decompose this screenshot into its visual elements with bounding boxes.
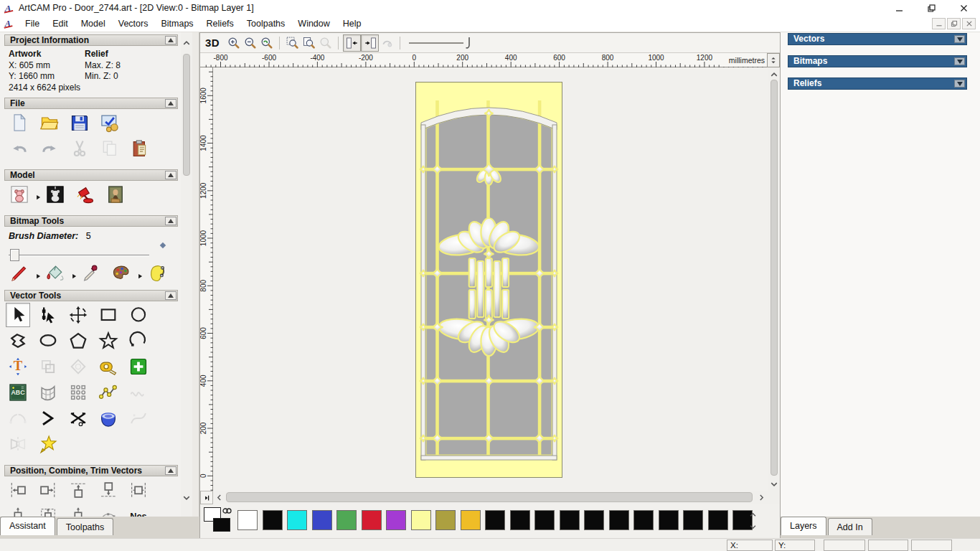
palette-swatch-6[interactable] bbox=[386, 510, 406, 530]
save-button[interactable] bbox=[67, 110, 92, 135]
scrollbar-thumb[interactable] bbox=[183, 54, 190, 176]
distort-button[interactable] bbox=[36, 380, 60, 405]
paste-button[interactable] bbox=[128, 136, 152, 161]
expand-button[interactable] bbox=[954, 57, 965, 65]
select-button[interactable] bbox=[6, 303, 30, 327]
palette-swatch-3[interactable] bbox=[312, 510, 332, 530]
node-edit-button[interactable] bbox=[36, 303, 60, 327]
reliefs-section-header[interactable]: Reliefs bbox=[788, 77, 967, 90]
link-colours-icon[interactable] bbox=[222, 504, 232, 512]
align-center-h-button[interactable] bbox=[126, 478, 151, 502]
doc-new-button[interactable] bbox=[7, 110, 32, 135]
palette-swatch-1[interactable] bbox=[263, 510, 283, 530]
mirror-merge-button[interactable] bbox=[6, 432, 30, 456]
scroll-up-icon[interactable] bbox=[181, 37, 192, 50]
menu-file[interactable]: File bbox=[19, 17, 46, 31]
tab-layers[interactable]: Layers bbox=[781, 517, 826, 535]
tab-add-in[interactable]: Add In bbox=[828, 518, 872, 535]
bitmap-tools-header[interactable]: Bitmap Tools bbox=[4, 215, 178, 227]
arc-tool-button[interactable] bbox=[126, 329, 151, 353]
collapse-button[interactable] bbox=[165, 466, 176, 475]
center-page-button[interactable] bbox=[36, 504, 60, 517]
weld-tool-button[interactable] bbox=[96, 406, 121, 430]
drawing-canvas[interactable] bbox=[213, 67, 768, 491]
redo-button[interactable] bbox=[37, 136, 62, 161]
colour-picker-button[interactable] bbox=[79, 261, 103, 286]
palette-swatch-5[interactable] bbox=[362, 510, 382, 530]
position-combine-trim-header[interactable]: Position, Combine, Trim Vectors bbox=[4, 465, 178, 476]
palette-swatch-17[interactable] bbox=[659, 510, 679, 530]
zoom-out-button[interactable] bbox=[242, 34, 258, 52]
scroll-down-icon[interactable] bbox=[768, 478, 780, 491]
vector-tools-header[interactable]: Vector Tools bbox=[4, 290, 178, 301]
palette-swatch-16[interactable] bbox=[633, 510, 654, 530]
collapse-button[interactable] bbox=[165, 99, 176, 108]
model-check-button[interactable] bbox=[98, 110, 122, 135]
pane-toggle-button[interactable] bbox=[200, 491, 213, 504]
bmp-vector-button[interactable] bbox=[145, 261, 169, 286]
folder-open-button[interactable] bbox=[37, 110, 62, 135]
zoom-object-button[interactable] bbox=[317, 34, 334, 52]
child-restore-button[interactable] bbox=[947, 18, 961, 29]
snap-cross-button[interactable] bbox=[126, 354, 151, 379]
palette-swatch-11[interactable] bbox=[510, 510, 530, 530]
nesting-button[interactable]: Nes bbox=[126, 504, 151, 517]
horizontal-scrollbar[interactable] bbox=[200, 491, 780, 504]
align-bottom-button[interactable] bbox=[96, 478, 121, 502]
circle-tool-button[interactable] bbox=[126, 303, 151, 327]
scrollbar-thumb[interactable] bbox=[226, 492, 753, 502]
pan-view-button[interactable] bbox=[379, 34, 395, 52]
align-left-button[interactable] bbox=[6, 478, 30, 502]
zoom-box-button[interactable] bbox=[284, 34, 301, 52]
flyout-arrow-icon[interactable] bbox=[34, 270, 42, 277]
align-top-button[interactable] bbox=[66, 478, 90, 502]
align-right-button[interactable] bbox=[36, 478, 60, 502]
paint-brush-button[interactable] bbox=[7, 261, 32, 286]
copy-button[interactable] bbox=[98, 136, 122, 161]
freehand-button[interactable] bbox=[6, 329, 30, 353]
paste-along-button[interactable] bbox=[96, 504, 121, 517]
child-close-button[interactable] bbox=[962, 18, 976, 29]
palette-swatch-15[interactable] bbox=[609, 510, 629, 530]
palette-scroll-up-icon[interactable] bbox=[747, 509, 758, 519]
menu-edit[interactable]: Edit bbox=[46, 17, 75, 31]
vertical-scrollbar[interactable] bbox=[768, 67, 780, 491]
paste-inside-button[interactable] bbox=[66, 354, 90, 379]
expand-button[interactable] bbox=[954, 35, 965, 43]
menu-model[interactable]: Model bbox=[75, 17, 112, 31]
block-paste-button[interactable] bbox=[66, 380, 90, 405]
zoom-fit-button[interactable] bbox=[301, 34, 317, 52]
transform-button[interactable] bbox=[66, 303, 90, 327]
palette-swatch-2[interactable] bbox=[287, 510, 307, 530]
palette-swatch-13[interactable] bbox=[560, 510, 580, 530]
menu-vectors[interactable]: Vectors bbox=[112, 17, 155, 31]
project-information-header[interactable]: Project Information bbox=[4, 34, 178, 46]
text-table-button[interactable]: ABC bbox=[6, 380, 30, 405]
primary-secondary-colours[interactable] bbox=[204, 507, 237, 536]
load-bitmap-button[interactable] bbox=[103, 182, 128, 207]
palette-swatch-0[interactable] bbox=[237, 510, 258, 530]
secondary-colour-swatch[interactable] bbox=[213, 518, 230, 532]
menu-bitmaps[interactable]: Bitmaps bbox=[154, 17, 199, 31]
scroll-right-icon[interactable] bbox=[755, 491, 767, 504]
menu-window[interactable]: Window bbox=[291, 17, 336, 31]
palette-swatch-14[interactable] bbox=[584, 510, 604, 530]
smooth-tool-button[interactable] bbox=[126, 406, 151, 430]
scroll-down-icon[interactable] bbox=[181, 491, 192, 504]
zoom-in-button[interactable] bbox=[225, 34, 242, 52]
star-tool-button[interactable] bbox=[96, 329, 121, 353]
lighting-button[interactable] bbox=[73, 182, 98, 207]
undo-button[interactable] bbox=[7, 136, 32, 161]
fit-polyline-button[interactable] bbox=[96, 380, 121, 405]
toggle-right-panel-button[interactable] bbox=[361, 34, 379, 52]
polygon-tool-button[interactable] bbox=[66, 329, 90, 353]
scrollbar-thumb[interactable] bbox=[771, 80, 778, 476]
palette-swatch-9[interactable] bbox=[461, 510, 481, 530]
expand-button[interactable] bbox=[954, 80, 965, 88]
flyout-arrow-icon[interactable] bbox=[70, 270, 77, 277]
trim-tool-button[interactable] bbox=[66, 406, 90, 430]
model-section-header[interactable]: Model bbox=[4, 169, 178, 181]
minimize-button[interactable] bbox=[883, 0, 915, 16]
zoom-last-button[interactable] bbox=[258, 34, 275, 52]
star-create-button[interactable] bbox=[36, 432, 60, 456]
